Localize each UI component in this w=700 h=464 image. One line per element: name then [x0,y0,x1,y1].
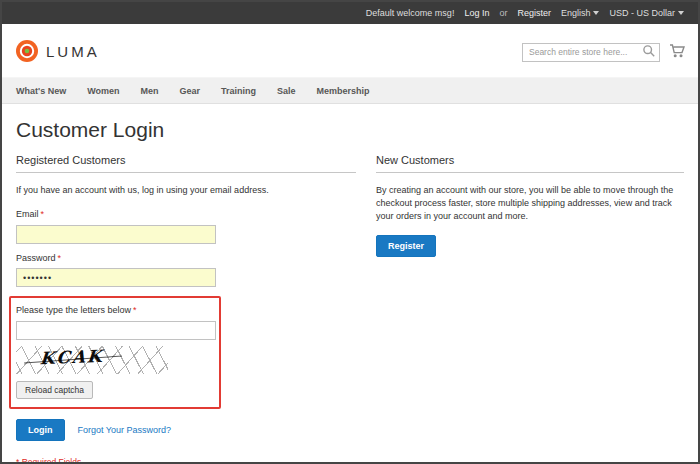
main-content: Customer Login Registered Customers If y… [2,118,698,464]
register-link[interactable]: Register [517,8,551,18]
or-text: or [499,8,507,18]
search-icon[interactable] [642,44,656,58]
language-label: English [561,8,591,18]
nav-item-whats-new[interactable]: What's New [16,86,66,96]
main-navigation: What's New Women Men Gear Training Sale … [2,77,698,104]
login-button[interactable]: Login [16,419,65,441]
nav-item-training[interactable]: Training [221,86,256,96]
forgot-password-link[interactable]: Forgot Your Password? [78,425,172,435]
nav-item-membership[interactable]: Membership [317,86,370,96]
search-box [522,41,660,62]
captcha-label: Please type the letters below* [16,305,213,315]
chevron-down-icon [593,11,599,15]
login-link[interactable]: Log In [464,8,489,18]
captcha-fieldset: Please type the letters below* KCAK Relo… [9,296,221,409]
required-fields-note: * Required Fields [16,457,356,464]
luma-logo[interactable]: LUMA [15,39,100,63]
registered-customers-heading: Registered Customers [16,154,356,173]
browser-page: Default welcome msg! Log In or Register … [0,0,700,464]
currency-label: USD - US Dollar [609,8,675,18]
nav-item-gear[interactable]: Gear [180,86,201,96]
nav-item-women[interactable]: Women [87,86,119,96]
captcha-input[interactable] [16,321,216,340]
topbar: Default welcome msg! Log In or Register … [2,2,698,24]
required-asterisk: * [133,305,137,315]
new-customers-text: By creating an account with our store, y… [376,184,684,223]
login-actions: Login Forgot Your Password? [16,419,356,441]
login-intro-text: If you have an account with us, log in u… [16,184,356,197]
email-label: Email* [16,209,356,219]
email-field[interactable] [16,225,216,244]
email-field-group: Email* [16,209,356,244]
reload-captcha-button[interactable]: Reload captcha [16,381,93,399]
required-asterisk: * [41,209,45,219]
cart-icon[interactable] [669,43,686,59]
language-switcher[interactable]: English [561,8,600,18]
logo-text: LUMA [46,43,100,60]
nav-item-sale[interactable]: Sale [277,86,296,96]
search-input[interactable] [522,43,660,62]
currency-switcher[interactable]: USD - US Dollar [609,8,684,18]
new-customers-heading: New Customers [376,154,684,173]
welcome-message: Default welcome msg! [366,8,455,18]
password-label: Password* [16,253,356,263]
register-button[interactable]: Register [376,235,436,257]
captcha-letters: KCAK [39,346,104,368]
page-title: Customer Login [16,118,684,142]
captcha-image: KCAK [16,346,168,374]
password-field[interactable] [16,268,216,287]
required-asterisk: * [58,253,62,263]
nav-item-men[interactable]: Men [141,86,159,96]
new-customers-section: New Customers By creating an account wit… [376,154,684,464]
registered-customers-section: Registered Customers If you have an acco… [16,154,356,464]
chevron-down-icon [678,11,684,15]
password-field-group: Password* [16,253,356,288]
luma-logo-icon [15,39,39,63]
site-header: LUMA [2,24,698,77]
